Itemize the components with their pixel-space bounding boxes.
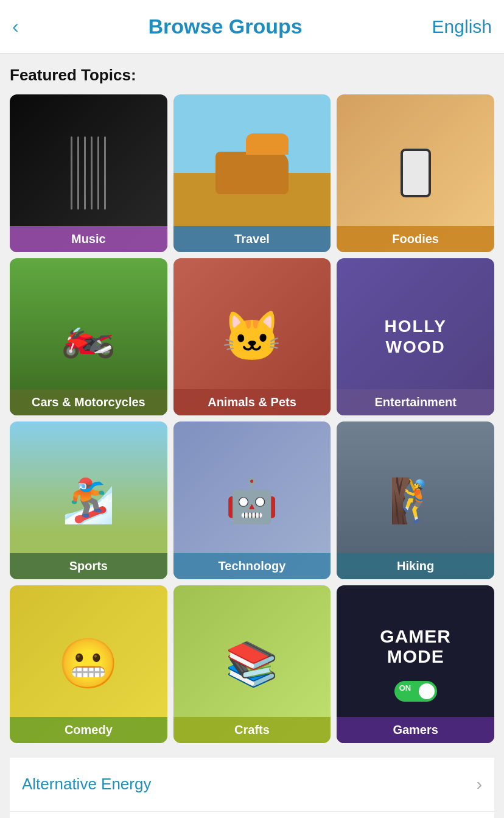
- page-title: Browse Groups: [19, 15, 432, 38]
- topic-card-cars[interactable]: 🏍️ Cars & Motorcycles: [10, 258, 167, 416]
- topic-card-crafts[interactable]: 📚 Crafts: [173, 585, 331, 743]
- language-button[interactable]: English: [432, 16, 492, 37]
- topic-card-gamers[interactable]: GAMERMODE ON Gamers: [337, 585, 494, 743]
- topic-label-comedy: Comedy: [10, 717, 167, 743]
- main-content: Featured Topics: Music Travel Foodies: [0, 54, 504, 818]
- gamer-toggle: ON: [394, 681, 437, 702]
- list-item-label-alt-energy: Alternative Energy: [22, 775, 151, 794]
- topic-label-technology: Technology: [173, 553, 331, 579]
- featured-topics-label: Featured Topics:: [10, 66, 494, 85]
- topic-label-sports: Sports: [10, 553, 167, 579]
- topic-label-entertainment: Entertainment: [337, 389, 494, 415]
- topic-card-sports[interactable]: 🏂 Sports: [10, 421, 167, 579]
- topic-label-music: Music: [10, 226, 167, 252]
- topics-grid: Music Travel Foodies 🏍️ Cars & Motorcycl…: [10, 94, 494, 743]
- hollywood-text: HOLLYWOOD: [385, 316, 447, 357]
- gamer-mode-text: GAMERMODE: [380, 626, 451, 666]
- topic-card-travel[interactable]: Travel: [173, 94, 331, 252]
- topic-label-animals: Animals & Pets: [173, 389, 331, 415]
- topic-card-entertainment[interactable]: HOLLYWOOD Entertainment: [337, 258, 494, 416]
- topic-card-technology[interactable]: 🤖 Technology: [173, 421, 331, 579]
- topic-card-animals[interactable]: 🐱 Animals & Pets: [173, 258, 331, 416]
- topic-card-music[interactable]: Music: [10, 94, 167, 252]
- topics-list: Alternative Energy › Alternative Lifesty…: [10, 758, 494, 818]
- topic-label-travel: Travel: [173, 226, 331, 252]
- chevron-icon-alt-energy: ›: [477, 775, 482, 794]
- topic-label-crafts: Crafts: [173, 717, 331, 743]
- topic-card-foodies[interactable]: Foodies: [337, 94, 494, 252]
- list-item-alt-energy[interactable]: Alternative Energy ›: [10, 758, 494, 812]
- header: ‹ Browse Groups English: [0, 0, 504, 54]
- topic-label-cars: Cars & Motorcycles: [10, 389, 167, 415]
- topic-label-gamers: Gamers: [337, 717, 494, 743]
- topic-card-hiking[interactable]: 🧗 Hiking: [337, 421, 494, 579]
- list-item-alt-lifestyle[interactable]: Alternative Lifestyle ›: [10, 812, 494, 818]
- back-button[interactable]: ‹: [12, 15, 19, 38]
- topic-card-comedy[interactable]: 😬 Comedy: [10, 585, 167, 743]
- topic-label-hiking: Hiking: [337, 553, 494, 579]
- topic-label-foodies: Foodies: [337, 226, 494, 252]
